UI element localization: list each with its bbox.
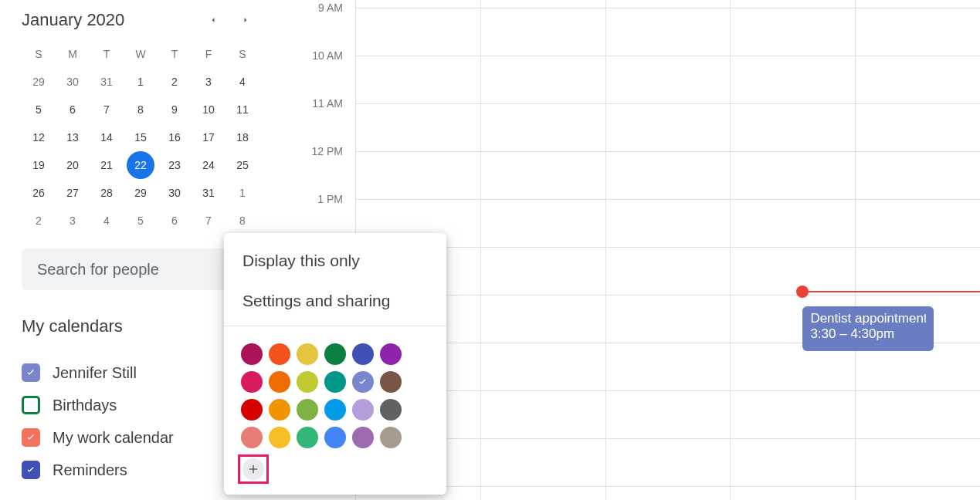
mini-day[interactable]: 31 <box>90 68 124 96</box>
mini-day[interactable]: 31 <box>192 179 226 207</box>
mini-day-today[interactable]: 22 <box>127 151 154 179</box>
grid-hline <box>355 438 980 439</box>
mini-day[interactable]: 3 <box>56 207 90 235</box>
mini-day[interactable]: 2 <box>158 68 192 96</box>
mini-day[interactable]: 25 <box>226 151 259 179</box>
current-time-line <box>802 291 980 292</box>
mini-day[interactable]: 16 <box>158 123 192 151</box>
mini-day[interactable]: 28 <box>90 179 124 207</box>
mini-day[interactable]: 4 <box>90 207 124 235</box>
color-swatch[interactable] <box>297 427 318 448</box>
color-swatch[interactable] <box>269 343 290 365</box>
color-swatch[interactable] <box>269 399 290 421</box>
event-title: Dentist appointment <box>810 311 926 326</box>
grid-body[interactable]: Dentist appointment3:30 – 4:30pm <box>355 0 980 500</box>
grid-hline <box>355 486 980 487</box>
color-swatch[interactable] <box>269 371 290 393</box>
color-swatch[interactable] <box>352 343 374 365</box>
mini-day[interactable]: 2 <box>22 207 56 235</box>
mini-dow-label: S <box>22 40 56 68</box>
color-swatch[interactable] <box>241 343 263 365</box>
grid-hline <box>355 390 980 391</box>
mini-day[interactable]: 19 <box>22 151 56 179</box>
mini-dow-label: T <box>90 40 124 68</box>
color-swatch[interactable] <box>324 427 346 448</box>
calendar-checkbox[interactable] <box>22 363 40 382</box>
mini-day[interactable]: 10 <box>192 96 226 123</box>
grid-vline <box>855 0 856 500</box>
color-swatch[interactable] <box>380 427 402 448</box>
calendar-checkbox[interactable] <box>22 428 40 447</box>
color-swatch[interactable] <box>380 371 402 393</box>
color-swatch[interactable] <box>380 343 402 365</box>
color-swatch[interactable] <box>324 399 346 421</box>
calendar-label: Jennifer Still <box>53 364 137 382</box>
search-people-input[interactable]: Search for people <box>22 248 253 290</box>
mini-day[interactable]: 20 <box>56 151 90 179</box>
color-swatch[interactable] <box>297 399 318 421</box>
mini-day[interactable]: 17 <box>192 123 226 151</box>
mini-day[interactable]: 18 <box>226 123 259 151</box>
color-swatch[interactable] <box>352 399 374 421</box>
mini-day[interactable]: 9 <box>158 96 192 123</box>
color-swatch[interactable] <box>324 343 346 365</box>
grid-hline <box>355 103 980 104</box>
mini-day[interactable]: 30 <box>158 179 192 207</box>
color-swatch[interactable] <box>241 371 263 393</box>
mini-day[interactable]: 21 <box>90 151 124 179</box>
mini-day[interactable]: 29 <box>124 179 158 207</box>
time-label: 10 AM <box>312 49 343 62</box>
mini-day[interactable]: 3 <box>192 68 226 96</box>
mini-dow-label: M <box>56 40 90 68</box>
mini-day[interactable]: 6 <box>56 96 90 123</box>
mini-day[interactable]: 5 <box>22 96 56 123</box>
mini-day[interactable]: 1 <box>226 179 259 207</box>
mini-day[interactable]: 29 <box>22 68 56 96</box>
mini-dow-label: F <box>192 40 226 68</box>
calendar-event[interactable]: Dentist appointment3:30 – 4:30pm <box>802 306 934 351</box>
prev-month-button[interactable] <box>204 11 222 29</box>
color-swatch[interactable] <box>324 371 346 393</box>
mini-day[interactable]: 1 <box>124 68 158 96</box>
mini-day[interactable]: 24 <box>192 151 226 179</box>
calendar-label: My work calendar <box>53 429 174 447</box>
month-title: January 2020 <box>22 10 124 30</box>
mini-day[interactable]: 26 <box>22 179 56 207</box>
color-swatch[interactable] <box>297 371 318 393</box>
add-custom-color-button[interactable] <box>242 458 264 480</box>
next-month-button[interactable] <box>236 11 255 29</box>
mini-day[interactable]: 23 <box>158 151 192 179</box>
mini-day[interactable]: 15 <box>124 123 158 151</box>
calendar-checkbox[interactable] <box>22 461 40 479</box>
mini-day[interactable]: 7 <box>192 207 226 235</box>
mini-day[interactable]: 11 <box>226 96 259 123</box>
color-swatch[interactable] <box>269 427 290 448</box>
mini-day[interactable]: 8 <box>124 96 158 123</box>
mini-day[interactable]: 8 <box>226 207 259 235</box>
calendar-checkbox[interactable] <box>22 396 40 414</box>
mini-day[interactable]: 14 <box>90 123 124 151</box>
mini-day[interactable]: 7 <box>90 96 124 123</box>
mini-day[interactable]: 13 <box>56 123 90 151</box>
color-swatch[interactable] <box>241 399 263 421</box>
color-swatch[interactable] <box>297 343 318 365</box>
color-swatch[interactable] <box>241 427 263 448</box>
mini-day[interactable]: 5 <box>124 207 158 235</box>
grid-hline <box>355 56 980 56</box>
mini-day[interactable]: 27 <box>56 179 90 207</box>
mini-day[interactable]: 6 <box>158 207 192 235</box>
mini-day[interactable]: 30 <box>56 68 90 96</box>
mini-dow-label: W <box>124 40 158 68</box>
grid-hline <box>355 295 980 296</box>
color-swatch[interactable] <box>380 399 402 421</box>
mini-day[interactable]: 12 <box>22 123 56 151</box>
settings-and-sharing-item[interactable]: Settings and sharing <box>224 281 446 321</box>
color-swatch[interactable] <box>352 371 374 393</box>
grid-vline <box>480 0 481 500</box>
color-picker-grid <box>224 340 446 451</box>
mini-day[interactable]: 4 <box>226 68 259 96</box>
display-this-only-item[interactable]: Display this only <box>224 241 446 281</box>
calendar-label: Reminders <box>53 461 127 479</box>
color-swatch[interactable] <box>352 427 374 448</box>
grid-hline <box>355 8 980 8</box>
